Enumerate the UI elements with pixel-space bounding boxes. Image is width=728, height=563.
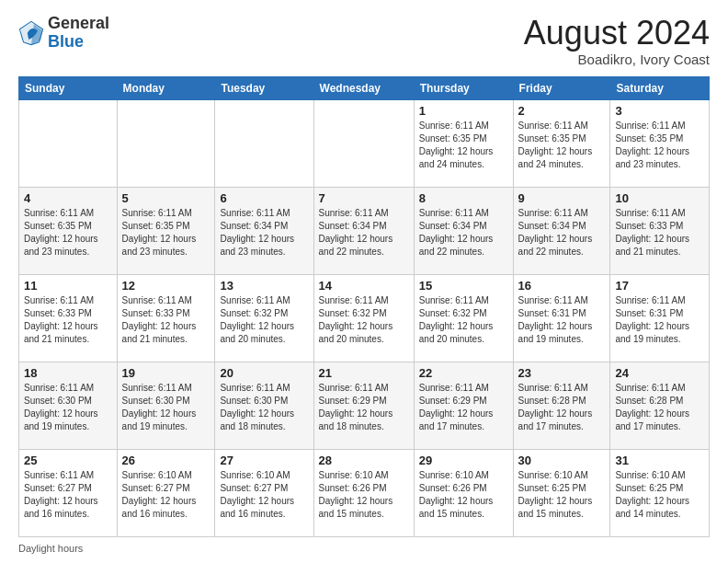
- logo: General Blue: [18, 15, 109, 52]
- calendar-cell: 1Sunrise: 6:11 AM Sunset: 6:35 PM Daylig…: [414, 99, 513, 187]
- calendar-cell: 2Sunrise: 6:11 AM Sunset: 6:35 PM Daylig…: [513, 99, 610, 187]
- day-info: Sunrise: 6:10 AM Sunset: 6:27 PM Dayligh…: [122, 469, 210, 521]
- logo-blue: Blue: [48, 32, 84, 51]
- day-number: 22: [419, 366, 508, 380]
- calendar-cell: 13Sunrise: 6:11 AM Sunset: 6:32 PM Dayli…: [215, 274, 313, 362]
- day-number: 8: [419, 191, 508, 205]
- day-number: 7: [319, 191, 409, 205]
- daylight-label: Daylight hours: [18, 543, 83, 554]
- day-number: 14: [319, 279, 409, 293]
- day-number: 15: [419, 279, 508, 293]
- calendar-week-row: 4Sunrise: 6:11 AM Sunset: 6:35 PM Daylig…: [19, 187, 710, 274]
- day-number: 5: [122, 191, 210, 205]
- day-info: Sunrise: 6:10 AM Sunset: 6:25 PM Dayligh…: [518, 469, 606, 521]
- calendar-week-row: 11Sunrise: 6:11 AM Sunset: 6:33 PM Dayli…: [19, 274, 710, 362]
- calendar-cell: 3Sunrise: 6:11 AM Sunset: 6:35 PM Daylig…: [610, 99, 710, 187]
- footer: Daylight hours: [18, 543, 710, 554]
- calendar-header-row: SundayMondayTuesdayWednesdayThursdayFrid…: [19, 76, 710, 99]
- calendar-cell: 30Sunrise: 6:10 AM Sunset: 6:25 PM Dayli…: [513, 449, 610, 536]
- calendar-cell: 5Sunrise: 6:11 AM Sunset: 6:35 PM Daylig…: [117, 187, 215, 274]
- calendar-cell: 6Sunrise: 6:11 AM Sunset: 6:34 PM Daylig…: [215, 187, 313, 274]
- day-number: 31: [615, 454, 704, 467]
- calendar-cell: 14Sunrise: 6:11 AM Sunset: 6:32 PM Dayli…: [313, 274, 414, 362]
- day-info: Sunrise: 6:11 AM Sunset: 6:32 PM Dayligh…: [220, 294, 308, 346]
- calendar-cell: [313, 99, 414, 187]
- day-number: 27: [220, 454, 308, 467]
- day-info: Sunrise: 6:11 AM Sunset: 6:29 PM Dayligh…: [319, 382, 409, 433]
- calendar-week-row: 1Sunrise: 6:11 AM Sunset: 6:35 PM Daylig…: [19, 99, 710, 187]
- calendar-cell: 17Sunrise: 6:11 AM Sunset: 6:31 PM Dayli…: [610, 274, 710, 362]
- day-number: 19: [122, 366, 210, 380]
- calendar-cell: [117, 99, 215, 187]
- day-number: 24: [615, 366, 704, 380]
- day-number: 9: [518, 191, 606, 205]
- calendar-cell: [215, 99, 313, 187]
- day-info: Sunrise: 6:11 AM Sunset: 6:29 PM Dayligh…: [419, 382, 508, 433]
- day-header-saturday: Saturday: [610, 76, 710, 99]
- day-info: Sunrise: 6:11 AM Sunset: 6:32 PM Dayligh…: [319, 294, 409, 346]
- day-number: 13: [220, 279, 308, 293]
- title-block: August 2024 Boadikro, Ivory Coast: [524, 15, 710, 67]
- day-info: Sunrise: 6:11 AM Sunset: 6:35 PM Dayligh…: [122, 207, 210, 259]
- calendar-cell: 7Sunrise: 6:11 AM Sunset: 6:34 PM Daylig…: [313, 187, 414, 274]
- day-header-tuesday: Tuesday: [215, 76, 313, 99]
- day-number: 29: [419, 454, 508, 467]
- day-info: Sunrise: 6:11 AM Sunset: 6:33 PM Dayligh…: [615, 207, 704, 259]
- calendar-cell: 21Sunrise: 6:11 AM Sunset: 6:29 PM Dayli…: [313, 362, 414, 449]
- calendar-cell: 19Sunrise: 6:11 AM Sunset: 6:30 PM Dayli…: [117, 362, 215, 449]
- logo-icon: [18, 20, 44, 46]
- day-number: 20: [220, 366, 308, 380]
- day-info: Sunrise: 6:11 AM Sunset: 6:35 PM Dayligh…: [615, 120, 704, 171]
- day-info: Sunrise: 6:11 AM Sunset: 6:34 PM Dayligh…: [518, 207, 606, 259]
- day-number: 23: [518, 366, 606, 380]
- day-number: 1: [419, 104, 508, 118]
- day-info: Sunrise: 6:11 AM Sunset: 6:33 PM Dayligh…: [24, 294, 112, 346]
- calendar-cell: 10Sunrise: 6:11 AM Sunset: 6:33 PM Dayli…: [610, 187, 710, 274]
- day-info: Sunrise: 6:11 AM Sunset: 6:34 PM Dayligh…: [419, 207, 508, 259]
- calendar-cell: 18Sunrise: 6:11 AM Sunset: 6:30 PM Dayli…: [19, 362, 118, 449]
- logo-text: General Blue: [48, 15, 109, 52]
- day-info: Sunrise: 6:11 AM Sunset: 6:30 PM Dayligh…: [122, 382, 210, 433]
- day-info: Sunrise: 6:11 AM Sunset: 6:35 PM Dayligh…: [419, 120, 508, 171]
- calendar-cell: 4Sunrise: 6:11 AM Sunset: 6:35 PM Daylig…: [19, 187, 118, 274]
- month-year: August 2024: [524, 15, 710, 52]
- calendar-cell: 9Sunrise: 6:11 AM Sunset: 6:34 PM Daylig…: [513, 187, 610, 274]
- day-number: 21: [319, 366, 409, 380]
- day-info: Sunrise: 6:11 AM Sunset: 6:32 PM Dayligh…: [419, 294, 508, 346]
- calendar-cell: 27Sunrise: 6:10 AM Sunset: 6:27 PM Dayli…: [215, 449, 313, 536]
- day-info: Sunrise: 6:11 AM Sunset: 6:34 PM Dayligh…: [319, 207, 409, 259]
- day-number: 6: [220, 191, 308, 205]
- day-info: Sunrise: 6:11 AM Sunset: 6:34 PM Dayligh…: [220, 207, 308, 259]
- day-number: 10: [615, 191, 704, 205]
- day-header-friday: Friday: [513, 76, 610, 99]
- calendar-cell: [19, 99, 118, 187]
- day-info: Sunrise: 6:11 AM Sunset: 6:35 PM Dayligh…: [24, 207, 112, 259]
- calendar-cell: 15Sunrise: 6:11 AM Sunset: 6:32 PM Dayli…: [414, 274, 513, 362]
- calendar-week-row: 18Sunrise: 6:11 AM Sunset: 6:30 PM Dayli…: [19, 362, 710, 449]
- day-header-monday: Monday: [117, 76, 215, 99]
- calendar-cell: 16Sunrise: 6:11 AM Sunset: 6:31 PM Dayli…: [513, 274, 610, 362]
- day-info: Sunrise: 6:11 AM Sunset: 6:28 PM Dayligh…: [518, 382, 606, 433]
- calendar-cell: 20Sunrise: 6:11 AM Sunset: 6:30 PM Dayli…: [215, 362, 313, 449]
- day-info: Sunrise: 6:11 AM Sunset: 6:35 PM Dayligh…: [518, 120, 606, 171]
- day-number: 30: [518, 454, 606, 467]
- day-header-sunday: Sunday: [19, 76, 118, 99]
- day-number: 4: [24, 191, 112, 205]
- calendar-cell: 26Sunrise: 6:10 AM Sunset: 6:27 PM Dayli…: [117, 449, 215, 536]
- day-info: Sunrise: 6:11 AM Sunset: 6:33 PM Dayligh…: [122, 294, 210, 346]
- day-info: Sunrise: 6:11 AM Sunset: 6:27 PM Dayligh…: [24, 469, 112, 521]
- calendar-cell: 29Sunrise: 6:10 AM Sunset: 6:26 PM Dayli…: [414, 449, 513, 536]
- day-number: 2: [518, 104, 606, 118]
- day-info: Sunrise: 6:11 AM Sunset: 6:28 PM Dayligh…: [615, 382, 704, 433]
- calendar-cell: 31Sunrise: 6:10 AM Sunset: 6:25 PM Dayli…: [610, 449, 710, 536]
- day-number: 25: [24, 454, 112, 467]
- day-info: Sunrise: 6:11 AM Sunset: 6:30 PM Dayligh…: [220, 382, 308, 433]
- day-number: 12: [122, 279, 210, 293]
- day-number: 11: [24, 279, 112, 293]
- day-header-wednesday: Wednesday: [313, 76, 414, 99]
- calendar-cell: 25Sunrise: 6:11 AM Sunset: 6:27 PM Dayli…: [19, 449, 118, 536]
- day-info: Sunrise: 6:10 AM Sunset: 6:25 PM Dayligh…: [615, 469, 704, 521]
- calendar-cell: 8Sunrise: 6:11 AM Sunset: 6:34 PM Daylig…: [414, 187, 513, 274]
- calendar-cell: 24Sunrise: 6:11 AM Sunset: 6:28 PM Dayli…: [610, 362, 710, 449]
- calendar-cell: 23Sunrise: 6:11 AM Sunset: 6:28 PM Dayli…: [513, 362, 610, 449]
